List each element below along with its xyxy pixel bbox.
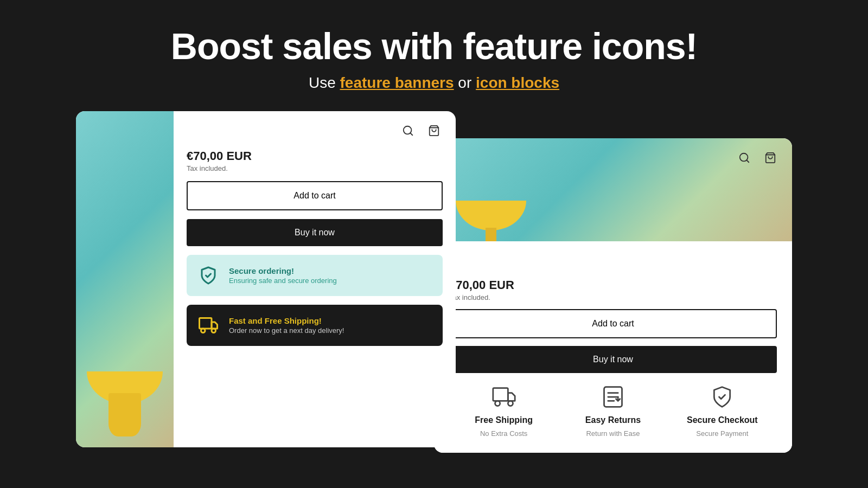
- icon-blocks-link[interactable]: icon blocks: [476, 74, 559, 91]
- cart-button[interactable]: [425, 122, 443, 139]
- add-to-cart-button-left[interactable]: Add to cart: [187, 181, 443, 210]
- buy-now-button-left[interactable]: Buy it now: [187, 219, 443, 246]
- truck-icon: [196, 313, 220, 337]
- return-icon-block: [601, 385, 625, 411]
- left-card-content: €70,00 EUR Tax included. Add to cart Buy…: [174, 111, 456, 447]
- easy-returns-block: Easy Returns Return with Ease: [558, 385, 667, 438]
- svg-point-4: [201, 329, 206, 333]
- secure-checkout-sub: Secure Payment: [696, 429, 748, 438]
- banner1-subtitle: Ensuring safe and secure ordering: [229, 277, 337, 285]
- free-shipping-block: Free Shipping No Extra Costs: [449, 385, 558, 438]
- search-button-right[interactable]: [736, 149, 753, 166]
- secure-checkout-block: Secure Checkout Secure Payment: [668, 385, 777, 438]
- banner1-title: Secure ordering!: [229, 266, 337, 275]
- top-icon-bar: [399, 122, 443, 139]
- feature-banners-link[interactable]: feature banners: [340, 74, 454, 91]
- svg-line-7: [746, 160, 749, 162]
- easy-returns-sub: Return with Ease: [586, 429, 640, 438]
- svg-line-1: [410, 133, 412, 135]
- sub-headline: Use feature banners or icon blocks: [0, 74, 868, 92]
- svg-point-5: [212, 329, 216, 333]
- price-block-right: €70,00 EUR Tax included.: [449, 278, 777, 301]
- banner2-title: Fast and Free Shipping!: [229, 316, 344, 325]
- right-card-content: €70,00 EUR Tax included. Add to cart Buy…: [434, 241, 792, 453]
- price-left: €70,00 EUR: [187, 149, 443, 163]
- bowl-top-right: [456, 201, 526, 230]
- sub-middle: or: [454, 74, 476, 91]
- banner2-subtitle: Order now to get a next day delivery!: [229, 326, 344, 335]
- left-card: €70,00 EUR Tax included. Add to cart Buy…: [76, 111, 456, 447]
- free-shipping-sub: No Extra Costs: [480, 429, 527, 438]
- secure-ordering-banner: Secure ordering! Ensuring safe and secur…: [187, 255, 443, 296]
- tax-label-left: Tax included.: [187, 164, 443, 172]
- page-header: Boost sales with feature icons! Use feat…: [0, 0, 868, 111]
- icon-blocks-row: Free Shipping No Extra Costs: [449, 381, 777, 438]
- easy-returns-title: Easy Returns: [585, 415, 641, 425]
- sub-plain: Use: [309, 74, 340, 91]
- search-button[interactable]: [399, 122, 417, 139]
- right-card: €70,00 EUR Tax included. Add to cart Buy…: [434, 138, 792, 453]
- cards-container: €70,00 EUR Tax included. Add to cart Buy…: [0, 111, 868, 453]
- top-icon-bar-right: [736, 149, 779, 166]
- banner2-text: Fast and Free Shipping! Order now to get…: [229, 316, 344, 335]
- banner1-text: Secure ordering! Ensuring safe and secur…: [229, 266, 337, 285]
- price-block-left: €70,00 EUR Tax included.: [187, 149, 443, 172]
- main-headline: Boost sales with feature icons!: [0, 26, 868, 67]
- shipping-banner: Fast and Free Shipping! Order now to get…: [187, 305, 443, 346]
- secure-checkout-title: Secure Checkout: [687, 415, 758, 425]
- cart-button-right[interactable]: [762, 149, 779, 166]
- svg-rect-3: [200, 318, 212, 329]
- tax-label-right: Tax included.: [449, 293, 777, 301]
- product-image-left: [76, 111, 174, 447]
- free-shipping-title: Free Shipping: [475, 415, 533, 425]
- add-to-cart-button-right[interactable]: Add to cart: [449, 309, 777, 338]
- shield-check-icon: [196, 264, 220, 287]
- svg-point-11: [508, 401, 513, 406]
- product-image-right: [434, 138, 792, 241]
- buy-now-button-right[interactable]: Buy it now: [449, 346, 777, 373]
- truck-icon-block: [492, 385, 516, 411]
- bowl-stem-right: [486, 228, 496, 241]
- shield-icon-block: [710, 385, 734, 411]
- svg-rect-9: [493, 388, 508, 401]
- bowl-pedestal: [108, 393, 141, 436]
- svg-point-10: [495, 401, 500, 406]
- price-right: €70,00 EUR: [449, 278, 777, 292]
